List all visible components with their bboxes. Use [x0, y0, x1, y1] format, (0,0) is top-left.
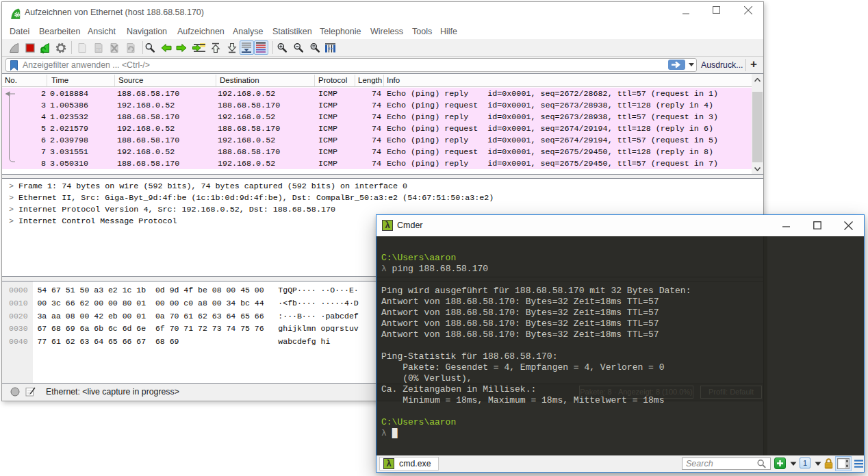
svg-text:010: 010 [96, 49, 101, 51]
